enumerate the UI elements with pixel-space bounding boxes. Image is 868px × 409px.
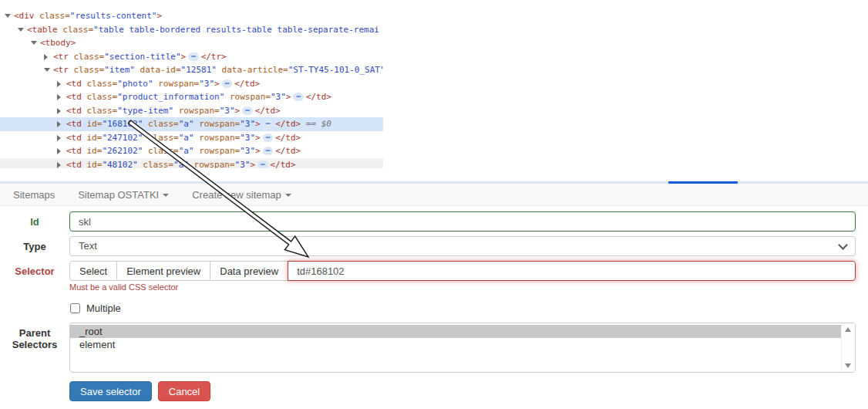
dom-token: class=: [69, 65, 104, 75]
dom-token: <td: [66, 133, 82, 143]
dom-token: class=: [35, 11, 70, 21]
dom-token: >: [181, 52, 187, 62]
expander-icon[interactable]: [18, 28, 24, 32]
dom-token: "photo": [117, 79, 153, 89]
dom-tree-row[interactable]: <tbody>: [0, 36, 383, 50]
dom-tree-row[interactable]: <td class="product_information" rowspan=…: [0, 90, 383, 104]
expander-icon[interactable]: [57, 135, 61, 141]
expander-icon[interactable]: [57, 108, 61, 114]
expander-icon[interactable]: [57, 94, 61, 100]
chevron-down-icon: [838, 240, 848, 250]
dom-tree-row[interactable]: <td id="247102" class="a" rowspan="3">⋯<…: [0, 131, 383, 145]
dom-token: class=: [143, 133, 178, 143]
scrollbar-thumb[interactable]: [668, 181, 738, 184]
save-selector-button[interactable]: Save selector: [69, 381, 152, 401]
dom-token: "3": [220, 106, 235, 116]
dom-tree-row[interactable]: <td id="168102" class="a" rowspan="3">⋯<…: [0, 117, 383, 131]
id-label: Id: [0, 211, 69, 228]
nav-item[interactable]: Sitemap OSTATKI: [66, 189, 180, 201]
nav-item[interactable]: Create new sitemap: [180, 189, 303, 201]
dom-token: "ST-TY45-101-0_SAT": [288, 65, 383, 75]
dom-tree-row[interactable]: <table class="table table-bordered resul…: [0, 23, 383, 37]
dom-token: <td: [66, 79, 82, 89]
dom-tree-row[interactable]: <td id="48102" class="a" rowspan="3">⋯</…: [0, 158, 383, 169]
dom-token: </td>: [271, 160, 296, 169]
dom-token: class=: [143, 146, 178, 156]
listbox-scrollbar[interactable]: [841, 323, 855, 372]
dom-token: class=: [69, 52, 104, 62]
dom-tree-row[interactable]: <td class="type-item" rowspan="3">⋯</td>: [0, 104, 383, 118]
multiple-checkbox[interactable]: [70, 303, 80, 313]
dom-token: rowspan=: [224, 92, 271, 102]
id-row: Id: [0, 211, 856, 232]
dom-tree-row[interactable]: <td id="262102" class="a" rowspan="3">⋯<…: [0, 144, 383, 158]
nav-item[interactable]: Sitemaps: [2, 189, 66, 201]
dom-token: "results-content": [70, 11, 157, 21]
form-actions: Save selector Cancel: [69, 381, 856, 401]
select-button[interactable]: Select: [69, 261, 117, 281]
dom-token: "12581": [181, 65, 217, 75]
dom-token: <td: [66, 92, 82, 102]
dom-token: rowspan=: [153, 79, 200, 89]
multiple-row: Multiple: [69, 303, 856, 314]
selector-input[interactable]: [288, 261, 856, 281]
dom-token: class=: [82, 92, 117, 102]
type-select[interactable]: Text: [69, 236, 856, 256]
dom-tree-row[interactable]: <tr class="item" data-id="12581" data-ar…: [0, 63, 383, 77]
dom-token: <table: [27, 25, 58, 35]
dom-token: "168102": [102, 119, 143, 129]
dom-token: id=: [82, 133, 103, 143]
dom-tree-row-code: <td id="168102" class="a" rowspan="3">⋯<…: [66, 119, 331, 129]
element-preview-button[interactable]: Element preview: [116, 261, 210, 281]
dom-token: >: [255, 119, 261, 129]
panel-gap: [0, 168, 868, 181]
dom-tree-row[interactable]: <td class="photo" rowspan="3">⋯</td>: [0, 77, 383, 91]
dom-token: >: [286, 92, 291, 102]
selector-form: Id Type Text Selector Select Element pre…: [0, 206, 868, 401]
dom-token: "product_information": [117, 92, 224, 102]
horizontal-scrollbar[interactable]: [0, 181, 868, 184]
dom-token: </tr>: [201, 52, 227, 62]
expander-icon[interactable]: [57, 121, 61, 127]
dom-token: rowspan=: [189, 160, 235, 169]
dom-token: <div: [14, 11, 35, 21]
parent-selectors-listbox[interactable]: _rootelement: [69, 323, 856, 373]
expander-icon[interactable]: [57, 148, 61, 154]
dom-token: rowspan=: [194, 146, 241, 156]
dom-token: <tr: [53, 52, 69, 62]
dom-token: "a": [173, 160, 189, 169]
expander-icon[interactable]: [31, 41, 37, 45]
expander-icon[interactable]: [5, 14, 11, 18]
scroll-down-icon[interactable]: [845, 363, 851, 368]
selector-error-message: Must be a valid CSS selector: [69, 282, 856, 292]
parent-selector-option[interactable]: _root: [70, 325, 842, 338]
type-select-value: Text: [79, 240, 97, 252]
dom-tree: <div class="results-content"> <table cla…: [0, 0, 383, 168]
dom-tree-row-code: <table class="table table-bordered resul…: [27, 25, 379, 35]
id-input[interactable]: [69, 211, 856, 232]
parent-selectors-label: Parent Selectors: [0, 323, 69, 350]
expander-icon[interactable]: [57, 162, 61, 168]
dom-token: ⋯: [263, 134, 273, 142]
dom-tree-row-code: <div class="results-content">: [14, 11, 162, 21]
dom-token: class=: [58, 25, 93, 35]
dom-tree-row-code: <tr class="section-title">⋯</tr>: [53, 52, 227, 62]
dom-token: "262102": [102, 146, 143, 156]
dom-token: >: [255, 146, 261, 156]
dom-tree-row[interactable]: <tr class="section-title">⋯</tr>: [0, 50, 383, 64]
dom-tree-row[interactable]: <div class="results-content">: [0, 9, 383, 23]
dom-tree-row-code: <tr class="item" data-id="12581" data-ar…: [53, 65, 383, 75]
dom-tree-row-code: <td id="247102" class="a" rowspan="3">⋯<…: [66, 133, 301, 143]
dom-token: >: [214, 79, 220, 89]
dom-token: "table table-bordered results-table tabl…: [93, 25, 379, 35]
expander-icon[interactable]: [44, 68, 50, 72]
cancel-button[interactable]: Cancel: [158, 381, 210, 401]
expander-icon[interactable]: [57, 81, 61, 87]
parent-selector-option[interactable]: element: [70, 338, 842, 351]
dom-token: >: [250, 160, 255, 169]
scroll-up-icon[interactable]: [845, 327, 851, 332]
data-preview-button[interactable]: Data preview: [210, 261, 288, 281]
dom-token: "3": [240, 133, 255, 143]
expander-icon[interactable]: [44, 54, 48, 60]
dom-token: "item": [104, 65, 135, 75]
